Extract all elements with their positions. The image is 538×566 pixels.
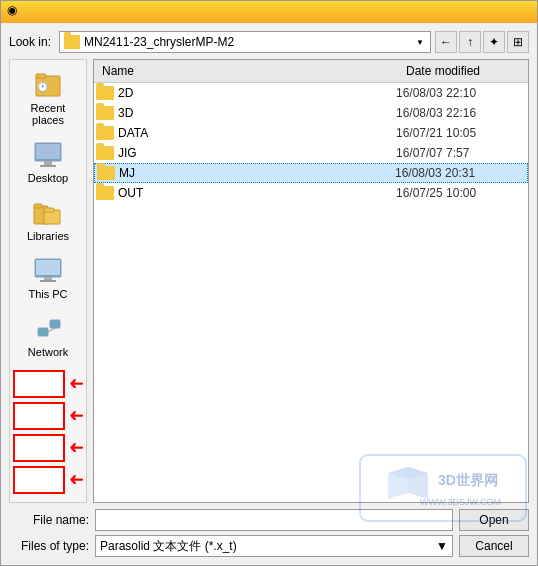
red-box-4 [13,466,65,494]
view-button[interactable]: ⊞ [507,31,529,53]
main-area: 🕐 Recent places Desktop [9,59,529,503]
file-name-input[interactable] [95,509,453,531]
file-list-header: Name Date modified [94,60,528,83]
file-row-date: 16/08/03 20:31 [395,166,525,180]
svg-rect-4 [44,161,52,165]
back-button[interactable]: ← [435,31,457,53]
look-in-combo[interactable]: MN2411-23_chryslerMP-M2 ▼ [59,31,431,53]
recent-places-icon: 🕐 [32,68,64,100]
network-icon [32,312,64,344]
folder-icon-combo [64,35,80,49]
file-row-date: 16/07/25 10:00 [396,186,526,200]
file-row[interactable]: 2D16/08/03 22:10 [94,83,528,103]
file-name-label: File name: [9,513,89,527]
red-box-3 [13,434,65,462]
red-box-row-2: ➜ [13,402,84,430]
files-of-type-value: Parasolid 文本文件 (*.x_t) [100,538,237,555]
sidebar-item-recent-places-label: Recent places [17,102,79,126]
toolbar-buttons: ← ↑ ✦ ⊞ [435,31,529,53]
dialog-icon: ◉ [7,3,25,21]
look-in-row: Look in: MN2411-23_chryslerMP-M2 ▼ ← ↑ ✦… [9,31,529,53]
svg-rect-8 [34,204,42,208]
red-box-2 [13,402,65,430]
svg-line-17 [48,328,55,332]
file-row-name: DATA [118,126,396,140]
column-header-name[interactable]: Name [94,62,398,80]
file-row[interactable]: MJ16/08/03 20:31 [94,163,528,183]
dialog-content: Look in: MN2411-23_chryslerMP-M2 ▼ ← ↑ ✦… [1,23,537,565]
this-pc-icon [32,254,64,286]
files-of-type-combo[interactable]: Parasolid 文本文件 (*.x_t) ▼ [95,535,453,557]
column-header-date[interactable]: Date modified [398,62,528,80]
folder-icon [96,126,114,140]
file-name-row: File name: Open [9,509,529,531]
file-row-date: 16/08/03 22:16 [396,106,526,120]
red-boxes-area: ➜ ➜ ➜ ➜ [13,366,84,498]
file-row[interactable]: JIG16/07/07 7:57 [94,143,528,163]
folder-icon [96,146,114,160]
file-row-date: 16/07/21 10:05 [396,126,526,140]
svg-rect-6 [36,144,60,159]
libraries-icon [32,196,64,228]
svg-rect-1 [36,74,46,78]
desktop-icon [32,138,64,170]
file-row-name: OUT [118,186,396,200]
folder-icon [97,166,115,180]
red-box-row-3: ➜ [13,434,84,462]
red-arrow-2: ➜ [69,405,84,427]
file-row-name: 2D [118,86,396,100]
file-row[interactable]: OUT16/07/25 10:00 [94,183,528,203]
red-box-row-4: ➜ [13,466,84,494]
sidebar-item-libraries-label: Libraries [27,230,69,242]
combo-dropdown-arrow[interactable]: ▼ [414,36,426,48]
red-arrow-4: ➜ [69,469,84,491]
file-row[interactable]: DATA16/07/21 10:05 [94,123,528,143]
file-list: 2D16/08/03 22:103D16/08/03 22:16DATA16/0… [94,83,528,502]
svg-rect-13 [40,280,56,282]
red-box-row-1: ➜ [13,370,84,398]
svg-rect-12 [44,277,52,280]
sidebar-item-libraries[interactable]: Libraries [13,192,83,246]
create-folder-button[interactable]: ✦ [483,31,505,53]
svg-rect-16 [50,320,60,328]
folder-icon [96,106,114,120]
file-row-date: 16/08/03 22:10 [396,86,526,100]
folder-icon [96,186,114,200]
sidebar-item-network[interactable]: Network [13,308,83,362]
sidebar-item-desktop[interactable]: Desktop [13,134,83,188]
sidebar-item-network-label: Network [28,346,68,358]
look-in-value: MN2411-23_chryslerMP-M2 [84,35,410,49]
sidebar-item-this-pc[interactable]: This PC [13,250,83,304]
open-button[interactable]: Open [459,509,529,531]
file-row-date: 16/07/07 7:57 [396,146,526,160]
look-in-label: Look in: [9,35,51,49]
file-row-name: JIG [118,146,396,160]
files-of-type-row: Files of type: Parasolid 文本文件 (*.x_t) ▼ … [9,535,529,557]
bottom-area: File name: Open Files of type: Parasolid… [9,509,529,557]
red-arrow-1: ➜ [69,373,84,395]
sidebar: 🕐 Recent places Desktop [9,59,87,503]
svg-text:🕐: 🕐 [37,81,49,93]
svg-rect-15 [38,328,48,336]
red-arrow-3: ➜ [69,437,84,459]
cancel-button[interactable]: Cancel [459,535,529,557]
file-row-name: MJ [119,166,395,180]
svg-rect-5 [40,165,56,167]
files-of-type-label: Files of type: [9,539,89,553]
file-list-area: Name Date modified 2D16/08/03 22:103D16/… [93,59,529,503]
folder-icon [96,86,114,100]
files-of-type-arrow[interactable]: ▼ [436,539,448,553]
file-row[interactable]: 3D16/08/03 22:16 [94,103,528,123]
svg-rect-14 [36,260,60,275]
file-row-name: 3D [118,106,396,120]
sidebar-item-this-pc-label: This PC [28,288,67,300]
title-bar: ◉ [1,1,537,23]
sidebar-item-recent-places[interactable]: 🕐 Recent places [13,64,83,130]
sidebar-item-desktop-label: Desktop [28,172,68,184]
up-button[interactable]: ↑ [459,31,481,53]
red-box-1 [13,370,65,398]
svg-rect-10 [44,208,54,212]
open-file-dialog: ◉ Look in: MN2411-23_chryslerMP-M2 ▼ ← ↑… [0,0,538,566]
